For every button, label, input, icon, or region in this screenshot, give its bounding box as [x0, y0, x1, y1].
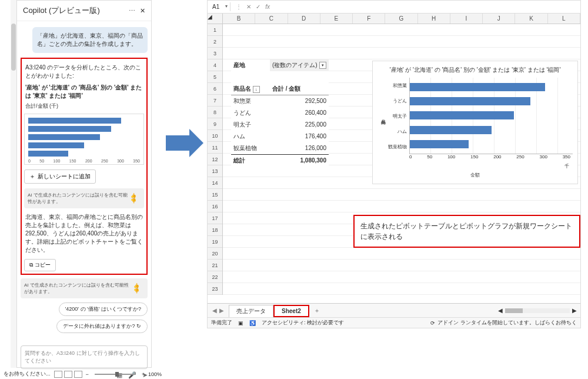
- add-to-sheet-button[interactable]: ＋新しいシートに追加: [24, 169, 96, 184]
- row-header[interactable]: 8: [208, 107, 222, 118]
- chart-bar: [410, 140, 469, 148]
- ai-disclaimer: AI で生成されたコンテンツには誤りを含む可能性があります。 👍 👎: [24, 188, 144, 208]
- accessibility-icon[interactable]: ♿: [249, 320, 256, 326]
- row-header[interactable]: 6: [208, 83, 222, 95]
- pane-scrollbar[interactable]: [11, 0, 16, 368]
- add-sheet-icon[interactable]: ＋: [309, 307, 325, 315]
- pivot-chart[interactable]: '産地' が '北海道' の '商品名' 別の '金額' または '東京' また…: [372, 61, 578, 184]
- col-header[interactable]: B: [223, 14, 255, 24]
- chart-categories: 和惣菜 うどん 明太子 ハム 観葉植物: [386, 78, 409, 154]
- mini-axis: 050100150200250300350: [28, 159, 140, 163]
- col-header[interactable]: I: [450, 14, 483, 24]
- zoom-plus-icon[interactable]: +: [142, 371, 145, 377]
- copilot-input[interactable]: 質問するか、A3:I240 に対して行う操作を入力してください: [21, 345, 148, 369]
- row-headers: 1234567891011121314151617181920212223: [208, 24, 223, 295]
- row-header[interactable]: 21: [208, 260, 222, 271]
- suggestion-pill-2[interactable]: データに外れ値はありますか? ↻: [56, 320, 148, 333]
- sheet-tabs: ◀ ▶ 売上データ Sheet2 ＋ ◀ ▶: [208, 303, 580, 317]
- pivot-table[interactable]: 産地 (複数のアイテム)▾ 商品名 ↓ 合計 / 金額 和惣菜292,500 う…: [231, 59, 329, 167]
- sort-icon[interactable]: ↓: [253, 86, 260, 93]
- row-header[interactable]: 4: [208, 59, 222, 71]
- zoom-slider[interactable]: [95, 374, 136, 375]
- horizontal-scrollbar[interactable]: [505, 308, 570, 313]
- pivot-filter-value[interactable]: (複数のアイテム)▾: [270, 59, 329, 71]
- row-header[interactable]: 3: [208, 48, 222, 59]
- recorder-icon[interactable]: ▣: [238, 320, 243, 326]
- view-layout-icon[interactable]: [64, 371, 72, 378]
- chart-bar: [410, 126, 492, 134]
- col-header[interactable]: J: [483, 14, 515, 24]
- thumbs-down-icon[interactable]: 👎: [131, 198, 136, 204]
- chart-title: '産地' が '北海道' の '商品名' 別の '金額' または '東京' また…: [377, 66, 573, 74]
- fx-icon[interactable]: fx: [263, 4, 272, 10]
- row-header[interactable]: 10: [208, 130, 222, 142]
- scroll-thumb[interactable]: [11, 24, 16, 71]
- row-header[interactable]: 19: [208, 236, 222, 248]
- row-header[interactable]: 5: [208, 71, 222, 83]
- pivot-col1-header[interactable]: 商品名 ↓: [231, 83, 270, 95]
- filter-icon[interactable]: ▾: [319, 62, 326, 69]
- col-header[interactable]: H: [418, 14, 450, 24]
- col-header[interactable]: F: [353, 14, 385, 24]
- col-header[interactable]: G: [385, 14, 417, 24]
- copilot-header: Copilot (プレビュー版) ⋯ ✕: [17, 1, 151, 21]
- analysis-title: '産地' が '北海道' の '商品名' 別の '金額' または '東京' また…: [24, 82, 144, 101]
- view-normal-icon[interactable]: [54, 371, 62, 378]
- row-header[interactable]: 17: [208, 212, 222, 224]
- mini-bar: [28, 151, 68, 157]
- col-header[interactable]: L: [548, 14, 580, 24]
- pivot-row-name: 観葉植物: [231, 142, 270, 154]
- refresh-icon[interactable]: ↻: [136, 323, 141, 329]
- arrow-icon: [166, 135, 189, 151]
- more-icon[interactable]: ⋯: [129, 7, 135, 15]
- thumbs-up-icon[interactable]: 👍: [133, 283, 139, 288]
- row-header[interactable]: 22: [208, 271, 222, 283]
- row-header[interactable]: 1: [208, 24, 222, 36]
- col-header[interactable]: D: [288, 14, 320, 24]
- annotation-callout: 生成されたピボットテーブルとピボットグラフが新規ワークシートに表示される: [353, 215, 580, 248]
- copy-button[interactable]: ⧉コピー: [24, 259, 56, 271]
- row-header[interactable]: 18: [208, 224, 222, 236]
- sheet-tab-1[interactable]: 売上データ: [229, 305, 273, 317]
- thumbs-up-icon[interactable]: 👍: [131, 193, 136, 198]
- pivot-col2-header: 合計 / 金額: [270, 83, 329, 95]
- analysis-card: A3:I240 のデータを分析したところ、次のことがわかりました: '産地' が…: [21, 58, 148, 275]
- close-icon[interactable]: ✕: [140, 7, 145, 15]
- view-break-icon[interactable]: [74, 371, 82, 378]
- row-header[interactable]: 16: [208, 201, 222, 212]
- pivot-row-name: 和惣菜: [231, 95, 270, 107]
- scroll-right-icon[interactable]: ▶: [572, 307, 577, 314]
- row-header[interactable]: 7: [208, 95, 222, 107]
- row-header[interactable]: 20: [208, 248, 222, 260]
- pivot-row-value: 126,000: [270, 142, 329, 154]
- suggestion-pill-1[interactable]: '4200' の '価格' はいくつですか?: [59, 302, 148, 316]
- row-header[interactable]: 9: [208, 118, 222, 130]
- row-header[interactable]: 14: [208, 177, 222, 189]
- zoom-value: 100%: [148, 371, 162, 377]
- status-addin: アドイン ランタイムを開始しています。しばらくお待ちく: [437, 319, 577, 327]
- thumbs-down-icon[interactable]: 👎: [133, 288, 139, 294]
- row-header[interactable]: 13: [208, 165, 222, 177]
- col-header[interactable]: E: [320, 14, 353, 24]
- cancel-icon[interactable]: ✕: [245, 4, 253, 10]
- zoom-minus-icon[interactable]: −: [86, 371, 89, 377]
- dropdown-icon[interactable]: ⋮: [234, 4, 243, 10]
- row-header[interactable]: 15: [208, 189, 222, 201]
- scroll-left-icon[interactable]: ◀: [498, 307, 503, 314]
- sheet-tab-2[interactable]: Sheet2: [273, 305, 309, 317]
- row-header[interactable]: 2: [208, 36, 222, 48]
- row-header[interactable]: 23: [208, 283, 222, 295]
- copilot-pane: Copilot (プレビュー版) ⋯ ✕ 「産地」が北海道、東京、福岡の「商品名…: [16, 0, 152, 368]
- confirm-icon[interactable]: ✓: [254, 4, 262, 10]
- copilot-body: 「産地」が北海道、東京、福岡の「商品名」ごとの売上の集計を作成します。 A3:I…: [17, 21, 151, 379]
- col-header[interactable]: C: [255, 14, 288, 24]
- select-all-cell[interactable]: ◢: [208, 14, 223, 24]
- col-header[interactable]: K: [515, 14, 547, 24]
- row-header[interactable]: 11: [208, 142, 222, 154]
- tab-next-icon[interactable]: ▶: [219, 307, 224, 314]
- name-box[interactable]: A1: [208, 2, 230, 11]
- tab-prev-icon[interactable]: ◀: [212, 307, 217, 314]
- formula-bar: A1 ⋮ ✕ ✓ fx: [208, 1, 580, 14]
- cell-grid[interactable]: 産地 (複数のアイテム)▾ 商品名 ↓ 合計 / 金額 和惣菜292,500 う…: [223, 24, 580, 295]
- row-header[interactable]: 12: [208, 154, 222, 165]
